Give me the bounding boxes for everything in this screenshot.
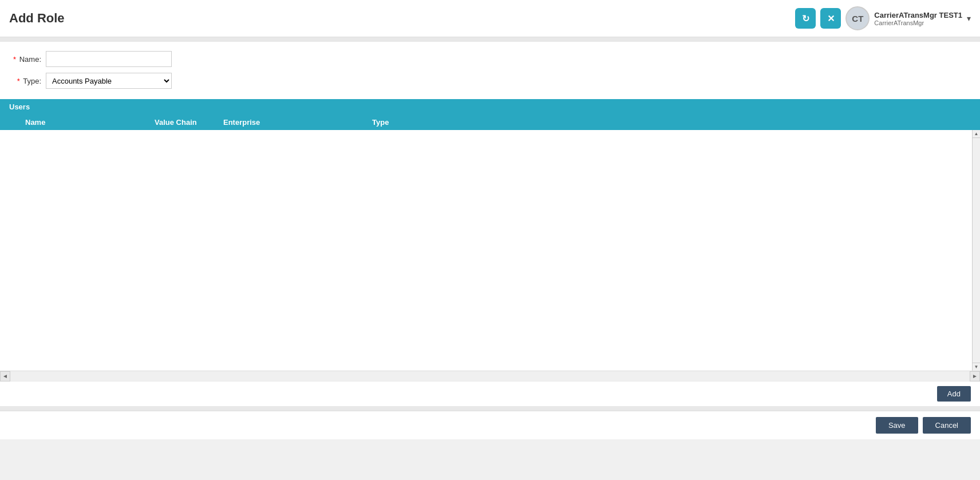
- type-row: * Type: Accounts Payable Accounts Receiv…: [11, 73, 969, 89]
- chevron-left-icon: ◄: [2, 373, 8, 379]
- add-row: Add: [0, 381, 980, 406]
- user-dropdown-arrow[interactable]: ▾: [967, 14, 971, 23]
- cancel-button[interactable]: Cancel: [923, 417, 971, 434]
- footer: Save Cancel: [0, 411, 980, 439]
- header-actions: ↻ ✕ CT CarrierATransMgr TEST1 CarrierATr…: [795, 6, 971, 30]
- horizontal-scrollbar: ◄ ►: [0, 371, 980, 381]
- user-role: CarrierATransMgr: [874, 19, 962, 26]
- add-button[interactable]: Add: [937, 386, 971, 402]
- table-body-container: ▲ ▼: [0, 130, 980, 371]
- name-label: * Name:: [11, 55, 46, 64]
- name-row: * Name:: [11, 51, 969, 67]
- name-input[interactable]: [46, 51, 172, 67]
- top-separator: [0, 37, 980, 42]
- header: Add Role ↻ ✕ CT CarrierATransMgr TEST1 C…: [0, 0, 980, 37]
- users-section: Users Name Value Chain Enterprise Type ▲…: [0, 99, 980, 406]
- name-required-star: *: [13, 55, 16, 64]
- chevron-right-icon: ►: [972, 373, 978, 379]
- close-button[interactable]: ✕: [820, 8, 841, 29]
- col-type-header: Type: [372, 118, 980, 127]
- type-select[interactable]: Accounts Payable Accounts Receivable Fin…: [46, 73, 172, 89]
- col-name-header: Name: [23, 118, 155, 127]
- scroll-left-button[interactable]: ◄: [0, 371, 10, 381]
- scroll-down-button[interactable]: ▼: [973, 363, 981, 371]
- scroll-track: [973, 138, 980, 363]
- users-header-bar: Users: [0, 99, 980, 115]
- avatar: CT: [845, 6, 870, 30]
- col-enterprise-header: Enterprise: [223, 118, 372, 127]
- bottom-separator: [0, 406, 980, 411]
- refresh-button[interactable]: ↻: [795, 8, 816, 29]
- chevron-up-icon: ▲: [974, 131, 979, 136]
- type-required-star: *: [17, 77, 20, 85]
- scroll-up-button[interactable]: ▲: [973, 130, 981, 138]
- vertical-scrollbar[interactable]: ▲ ▼: [972, 130, 980, 371]
- h-scroll-track: [10, 371, 970, 381]
- refresh-icon: ↻: [802, 13, 809, 24]
- scroll-right-button[interactable]: ►: [970, 371, 980, 381]
- user-info: CarrierATransMgr TEST1 CarrierATransMgr: [874, 11, 962, 26]
- table-content: [0, 130, 972, 371]
- user-name: CarrierATransMgr TEST1: [874, 11, 962, 19]
- type-label: * Type:: [11, 77, 46, 85]
- users-table-header: Name Value Chain Enterprise Type: [0, 115, 980, 130]
- col-value-chain-header: Value Chain: [155, 118, 223, 127]
- form-area: * Name: * Type: Accounts Payable Account…: [0, 42, 980, 99]
- users-section-label: Users: [9, 103, 30, 111]
- save-button[interactable]: Save: [876, 417, 918, 434]
- chevron-down-icon: ▼: [974, 364, 979, 369]
- close-icon: ✕: [827, 13, 835, 24]
- page-title: Add Role: [9, 11, 65, 26]
